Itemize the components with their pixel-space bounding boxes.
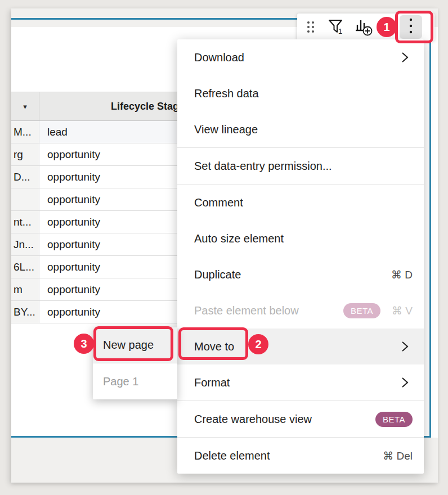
cell-id: BY...: [11, 301, 39, 323]
cell-stage: opportunity: [39, 143, 191, 165]
table-row[interactable]: m opportunity: [11, 278, 191, 301]
screenshot-stage: ▾ Lifecycle Stage M... lead rg opportuni…: [0, 0, 448, 495]
annotation-step-number: 1: [377, 17, 397, 37]
cell-id: nt...: [11, 211, 39, 233]
menu-item-label: Refresh data: [194, 87, 259, 100]
menu-item-delete-element[interactable]: Delete element ⌘ Del: [177, 438, 424, 474]
table-header-row: ▾ Lifecycle Stage: [11, 92, 191, 121]
table-row[interactable]: 6L... opportunity: [11, 256, 191, 278]
menu-item-label: Create warehouse view: [194, 413, 312, 426]
cell-id: M...: [11, 121, 39, 143]
table-row[interactable]: opportunity: [11, 188, 191, 211]
cell-id: rg: [11, 143, 39, 165]
menu-item-label: View lineage: [194, 123, 258, 136]
column-header-lifecycle-stage[interactable]: Lifecycle Stage: [39, 92, 191, 120]
cell-stage: opportunity: [39, 233, 191, 255]
menu-item-duplicate[interactable]: Duplicate ⌘ D: [177, 256, 424, 292]
shortcut-label: ⌘ V: [392, 304, 413, 317]
selection-border-right: [429, 18, 431, 438]
data-table: ▾ Lifecycle Stage M... lead rg opportuni…: [11, 92, 191, 323]
table-row[interactable]: D... opportunity: [11, 166, 191, 188]
svg-text:1: 1: [338, 27, 342, 35]
beta-badge: BETA: [375, 412, 413, 427]
column-menu-arrow-icon[interactable]: ▾: [11, 92, 39, 120]
cell-id: 6L...: [11, 256, 39, 278]
menu-item-label: Paste element below: [194, 304, 299, 317]
table-row[interactable]: nt... opportunity: [11, 211, 191, 233]
more-options-button[interactable]: [400, 15, 422, 39]
shortcut-label: ⌘ D: [391, 268, 413, 281]
drag-handle-icon[interactable]: [306, 20, 315, 34]
menu-item-label: Set data-entry permission...: [194, 160, 332, 173]
shortcut-label: ⌘ Del: [383, 449, 413, 462]
cell-stage: opportunity: [39, 211, 191, 233]
submenu-item-new-page[interactable]: New page: [93, 327, 177, 363]
menu-item-set-data-entry-permission[interactable]: Set data-entry permission...: [177, 148, 424, 184]
menu-item-label: Comment: [194, 196, 243, 209]
menu-item-auto-size-element[interactable]: Auto size element: [177, 220, 424, 256]
menu-item-format[interactable]: Format: [177, 364, 424, 400]
filter-icon[interactable]: 1: [328, 19, 346, 35]
cell-id: [11, 188, 39, 210]
cell-id: D...: [11, 166, 39, 188]
chevron-right-icon: [401, 376, 409, 389]
menu-item-comment[interactable]: Comment: [177, 184, 424, 220]
kebab-menu-icon: [409, 17, 413, 37]
move-to-submenu: New page Page 1: [93, 327, 177, 399]
table-row[interactable]: Jn... opportunity: [11, 233, 191, 256]
menu-item-refresh-data[interactable]: Refresh data: [177, 75, 424, 111]
cell-stage: lead: [39, 121, 191, 143]
submenu-item-label: New page: [103, 339, 154, 352]
menu-item-label: Format: [194, 376, 230, 389]
chevron-right-icon: [401, 340, 409, 353]
menu-item-paste-element-below: Paste element below BETA ⌘ V: [177, 292, 424, 328]
submenu-item-label: Page 1: [103, 375, 138, 388]
annotation-step-number: 3: [74, 334, 94, 354]
cell-stage: opportunity: [39, 166, 191, 188]
menu-item-create-warehouse-view[interactable]: Create warehouse view BETA: [177, 401, 424, 437]
create-visualization-icon[interactable]: [355, 18, 376, 36]
element-toolbar: 1: [297, 14, 434, 40]
cell-stage: opportunity: [39, 188, 191, 210]
table-row[interactable]: M... lead: [11, 121, 191, 143]
cell-stage: opportunity: [39, 256, 191, 278]
menu-item-download[interactable]: Download: [177, 39, 424, 75]
menu-item-label: Duplicate: [194, 268, 241, 281]
menu-item-label: Delete element: [194, 449, 270, 462]
menu-item-label: Download: [194, 51, 244, 64]
cell-id: Jn...: [11, 233, 39, 255]
beta-badge: BETA: [343, 303, 380, 318]
cell-stage: opportunity: [39, 301, 191, 323]
chevron-right-icon: [401, 51, 409, 64]
cell-stage: opportunity: [39, 278, 191, 300]
submenu-item-page-1[interactable]: Page 1: [93, 363, 177, 399]
menu-item-label: Auto size element: [194, 232, 284, 245]
element-context-menu: Download Refresh data View lineage Set d…: [177, 39, 424, 474]
table-row[interactable]: rg opportunity: [11, 143, 191, 166]
cell-id: m: [11, 278, 39, 300]
table-row[interactable]: BY... opportunity: [11, 301, 191, 323]
annotation-step-number: 2: [248, 334, 268, 354]
menu-item-label: Move to: [194, 340, 234, 353]
menu-item-view-lineage[interactable]: View lineage: [177, 111, 424, 147]
menu-item-move-to[interactable]: Move to: [177, 328, 424, 364]
